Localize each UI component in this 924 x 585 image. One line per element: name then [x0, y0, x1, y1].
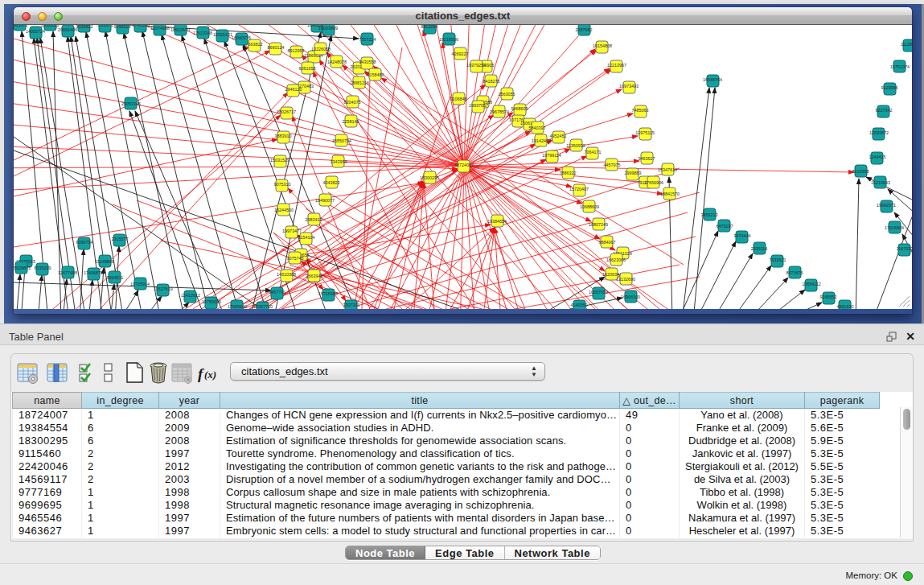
svg-text:13132690: 13132690 — [616, 277, 635, 282]
svg-text:15347616: 15347616 — [658, 167, 677, 172]
svg-text:15031529: 15031529 — [270, 158, 290, 163]
svg-text:14055724: 14055724 — [26, 29, 45, 34]
svg-text:16060376: 16060376 — [232, 35, 251, 40]
svg-text:18622670: 18622670 — [170, 27, 190, 32]
svg-text:4140560: 4140560 — [571, 303, 588, 307]
svg-text:3746598: 3746598 — [133, 25, 150, 27]
svg-text:7357224: 7357224 — [359, 37, 376, 42]
svg-text:9075310: 9075310 — [274, 182, 291, 187]
svg-text:19678574: 19678574 — [490, 109, 509, 114]
svg-text:15244500: 15244500 — [274, 208, 294, 212]
svg-text:7485063: 7485063 — [632, 108, 649, 113]
svg-text:10688609: 10688609 — [580, 204, 599, 209]
svg-text:1244415: 1244415 — [869, 154, 886, 159]
svg-text:3456213: 3456213 — [701, 212, 718, 217]
svg-text:10057659: 10057659 — [589, 290, 608, 295]
svg-text:9463627: 9463627 — [639, 156, 655, 161]
svg-text:19379254: 19379254 — [466, 63, 486, 68]
svg-text:13226058: 13226058 — [311, 47, 331, 51]
svg-text:14248078: 14248078 — [327, 60, 347, 64]
svg-text:8204075: 8204075 — [344, 100, 361, 105]
svg-text:14310388: 14310388 — [277, 272, 296, 277]
svg-text:9245652: 9245652 — [820, 295, 837, 299]
svg-text:3307301: 3307301 — [343, 303, 360, 307]
svg-text:7663822: 7663822 — [246, 42, 263, 47]
svg-text:19937057: 19937057 — [469, 103, 488, 108]
svg-text:11074688: 11074688 — [150, 26, 170, 31]
svg-text:7031971: 7031971 — [97, 25, 113, 27]
svg-text:15751074: 15751074 — [890, 64, 910, 69]
svg-text:9335812: 9335812 — [76, 25, 93, 29]
svg-text:16307710: 16307710 — [253, 304, 273, 309]
svg-text:15720407: 15720407 — [569, 187, 589, 192]
svg-text:18724007: 18724007 — [454, 163, 474, 167]
svg-text:(x): (x) — [204, 369, 216, 381]
svg-text:19490077: 19490077 — [315, 198, 335, 203]
svg-text:5840397: 5840397 — [529, 126, 546, 130]
svg-text:17656906: 17656906 — [644, 180, 663, 185]
svg-text:12412612: 12412612 — [181, 293, 200, 298]
svg-text:7632621: 7632621 — [770, 257, 786, 262]
svg-text:3343959: 3343959 — [331, 159, 347, 164]
svg-text:10973493: 10973493 — [619, 84, 639, 89]
svg-text:1112841: 1112841 — [901, 42, 912, 47]
svg-text:19384554: 19384554 — [487, 219, 507, 224]
svg-text:8912954: 8912954 — [288, 48, 305, 53]
svg-text:17665640: 17665640 — [228, 304, 247, 309]
svg-text:6479197: 6479197 — [717, 224, 733, 229]
svg-text:4961630: 4961630 — [837, 304, 854, 309]
svg-text:7064171: 7064171 — [585, 150, 602, 154]
svg-text:11350932: 11350932 — [566, 143, 585, 148]
svg-text:2315577: 2315577 — [112, 237, 129, 241]
svg-text:8471676: 8471676 — [786, 270, 803, 275]
svg-text:16623006: 16623006 — [606, 257, 626, 262]
svg-text:16033809: 16033809 — [318, 26, 338, 31]
svg-text:2563055: 2563055 — [499, 92, 515, 97]
svg-text:2983419: 2983419 — [306, 217, 322, 222]
svg-text:6535209: 6535209 — [35, 266, 51, 270]
svg-text:2946120: 2946120 — [285, 87, 302, 92]
svg-text:12213967: 12213967 — [607, 63, 626, 68]
svg-text:10654112: 10654112 — [802, 282, 821, 286]
svg-text:18026717: 18026717 — [277, 109, 296, 114]
svg-text:17016504: 17016504 — [885, 225, 904, 230]
svg-text:12477488: 12477488 — [58, 270, 77, 275]
svg-text:1167533: 1167533 — [897, 246, 912, 251]
svg-text:12750036: 12750036 — [202, 299, 221, 304]
svg-text:17406879: 17406879 — [84, 270, 103, 275]
svg-text:19973477: 19973477 — [282, 229, 302, 233]
svg-text:12525131: 12525131 — [213, 32, 232, 37]
svg-text:2663941: 2663941 — [306, 274, 323, 278]
svg-text:4269227: 4269227 — [452, 51, 469, 56]
svg-text:19725914: 19725914 — [130, 282, 150, 286]
svg-text:16210643: 16210643 — [871, 180, 890, 185]
svg-text:4952451: 4952451 — [550, 134, 567, 138]
svg-text:16548764: 16548764 — [703, 77, 722, 82]
svg-text:19218506: 19218506 — [439, 37, 458, 42]
svg-text:19142407: 19142407 — [532, 138, 551, 143]
svg-text:16206344: 16206344 — [602, 272, 622, 277]
svg-text:9190519: 9190519 — [114, 25, 131, 29]
svg-text:2935114: 2935114 — [751, 246, 768, 251]
svg-text:20691406: 20691406 — [58, 27, 77, 32]
svg-text:17613348: 17613348 — [193, 31, 212, 35]
svg-text:12975115: 12975115 — [635, 130, 655, 135]
svg-text:16154808: 16154808 — [593, 43, 612, 48]
svg-text:6099754: 6099754 — [76, 240, 93, 245]
svg-text:8418275: 8418275 — [483, 79, 500, 84]
svg-text:1405572: 1405572 — [14, 25, 28, 27]
svg-text:15716485: 15716485 — [318, 291, 338, 296]
svg-text:4457975: 4457975 — [604, 163, 621, 167]
svg-text:18807249: 18807249 — [589, 222, 608, 227]
svg-text:4158480: 4158480 — [368, 72, 384, 77]
svg-text:2999883: 2999883 — [625, 171, 642, 175]
svg-text:15029873: 15029873 — [14, 266, 31, 270]
svg-text:8215958: 8215958 — [852, 169, 869, 174]
svg-text:11527619: 11527619 — [154, 286, 173, 291]
svg-text:9457791: 9457791 — [269, 290, 286, 295]
svg-text:18841570: 18841570 — [660, 192, 680, 196]
svg-text:3106848: 3106848 — [450, 97, 467, 101]
svg-text:9474444: 9474444 — [734, 233, 751, 238]
svg-text:9129966: 9129966 — [881, 85, 898, 90]
svg-text:5468605: 5468605 — [511, 106, 528, 111]
